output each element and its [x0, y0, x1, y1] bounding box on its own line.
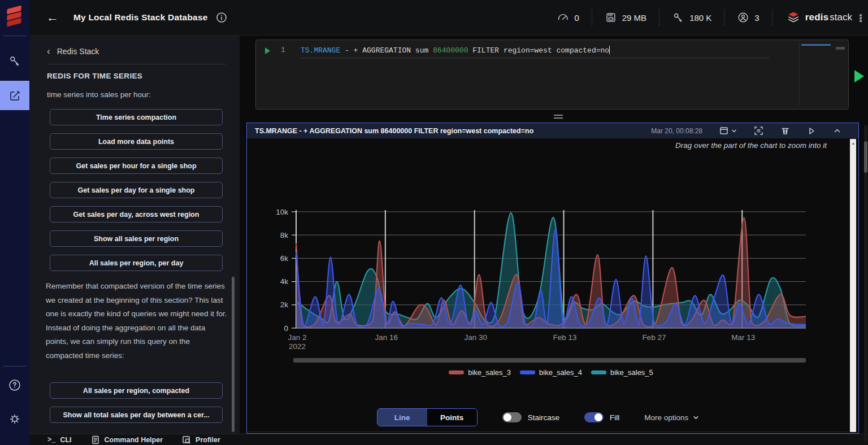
query-editor[interactable]: 1 TS.MRANGE - + AGGREGATION sum 86400000… [255, 40, 849, 110]
legend-label: bike_sales_5 [610, 368, 653, 377]
svg-text:0: 0 [284, 324, 288, 333]
run-query-button[interactable] [854, 70, 864, 82]
back-button[interactable]: ← [46, 10, 59, 25]
kebab-menu-icon[interactable]: ▪▪▪ [858, 14, 863, 22]
svg-text:Feb 27: Feb 27 [642, 333, 666, 342]
redis-stack-icon [786, 10, 801, 25]
svg-text:10k: 10k [276, 208, 288, 216]
key-icon [672, 11, 684, 24]
panel-query-button[interactable]: Show all sales per region [50, 230, 223, 247]
command-helper-button[interactable]: Command Helper [91, 435, 163, 444]
panel-query-button[interactable]: Get sales per day, across west region [50, 206, 223, 223]
app-root: ← My Local Redis Stack Database 0 29 MB … [0, 0, 868, 445]
chart-legend: bike_sales_3bike_sales_4bike_sales_5 [296, 368, 806, 377]
panel-query-button[interactable]: Load more data points [50, 133, 223, 150]
stat-clients-value: 3 [754, 13, 759, 23]
code-token: FILTER region=west compacted=no [468, 46, 609, 55]
database-title: My Local Redis Stack Database [73, 12, 208, 23]
top-header: ← My Local Redis Stack Database 0 29 MB … [29, 0, 868, 36]
panel-query-button[interactable]: Get sales per hour for a single shop [50, 158, 223, 174]
stat-commands: 0 [544, 11, 591, 24]
fill-label: Fill [610, 413, 619, 422]
svg-text:2k: 2k [280, 300, 289, 309]
brand-stack: stack [830, 12, 852, 23]
fill-toggle-row[interactable]: Fill [584, 412, 619, 422]
section-paragraph: Remember that compacted version of the t… [46, 280, 228, 363]
panel-query-button[interactable]: Get sales per day for a single shop [50, 182, 223, 198]
fill-toggle[interactable] [584, 412, 604, 422]
svg-text:2022: 2022 [289, 342, 306, 351]
db-stats: 0 29 MB 180 K 3 redisstack ▪▪▪ [544, 0, 863, 35]
sidebar [0, 0, 29, 445]
sidebar-item-help[interactable] [0, 370, 29, 400]
profiler-icon [182, 435, 191, 444]
help-circle-icon [8, 378, 21, 392]
chevron-left-icon: ‹ [47, 46, 50, 57]
panel-query-button[interactable]: Time series compaction [50, 109, 223, 125]
panel-query-button[interactable]: Show all total sales per day between a c… [50, 407, 223, 423]
svg-text:Mar 13: Mar 13 [731, 333, 755, 342]
panel-query-button[interactable]: All sales per region, compacted [50, 382, 223, 399]
more-options-label: More options [644, 413, 688, 422]
minimap-slider[interactable] [836, 47, 845, 50]
breadcrumb[interactable]: ‹Redis Stack [47, 46, 99, 57]
staircase-toggle-row[interactable]: Staircase [502, 412, 559, 422]
query-button-list: Time series compactionLoad more data poi… [50, 109, 223, 271]
run-line-icon[interactable] [265, 47, 270, 54]
staircase-toggle[interactable] [502, 412, 522, 422]
info-icon[interactable] [216, 12, 227, 23]
editor-minimap[interactable] [799, 42, 836, 106]
panel-query-button[interactable]: All sales per region, per day [50, 255, 223, 271]
legend-label: bike_sales_3 [468, 368, 511, 377]
edit-square-icon [8, 89, 21, 102]
more-options-button[interactable]: More options [644, 413, 699, 422]
sidebar-item-settings[interactable] [0, 404, 29, 434]
svg-text:Jan 30: Jan 30 [464, 333, 487, 342]
key-icon [8, 54, 21, 68]
chart-controls: Line Points Staircase Fill More options [247, 408, 829, 426]
staircase-label: Staircase [528, 413, 559, 422]
stat-clients: 3 [724, 11, 771, 24]
sidebar-divider [3, 36, 26, 36]
gauge-icon [557, 11, 569, 24]
text-cursor [609, 46, 610, 54]
sidebar-item-workbench[interactable] [0, 81, 29, 110]
legend-item[interactable]: bike_sales_4 [520, 368, 582, 377]
editor-line-1: 1 TS.MRANGE - + AGGREGATION sum 86400000… [256, 45, 848, 57]
svg-text:Jan 2: Jan 2 [288, 333, 306, 342]
minimap-code-mark [801, 44, 831, 46]
chart-type-segmented-control: Line Points [377, 408, 478, 426]
cli-button[interactable]: >_ CLI [47, 436, 72, 444]
legend-item[interactable]: bike_sales_3 [449, 368, 511, 377]
line-number: 1 [281, 46, 285, 54]
controls-divider [247, 431, 847, 432]
line-tab[interactable]: Line [377, 409, 427, 426]
redis-logo[interactable] [0, 0, 29, 35]
redis-stack-brand: redisstack [772, 10, 858, 25]
stat-memory-value: 29 MB [622, 13, 646, 23]
legend-swatch [591, 370, 606, 374]
time-series-chart[interactable]: 02k4k6k8k10kJan 22022Jan 16Jan 30Feb 13F… [247, 123, 846, 434]
section-intro: time series into sales per hour: [47, 90, 151, 99]
section-heading: REDIS FOR TIME SERIES [47, 72, 142, 80]
current-line-underline [301, 58, 770, 58]
panel-divider [47, 64, 226, 64]
sidebar-item-browser[interactable] [0, 46, 29, 76]
stat-keys: 180 K [659, 11, 724, 24]
brand-redis: redis [805, 12, 829, 23]
result-scrollbar[interactable]: ▲ [850, 139, 856, 432]
editor-splitter-handle[interactable] [551, 115, 566, 120]
stat-commands-value: 0 [574, 13, 579, 23]
profiler-button[interactable]: Profiler [182, 435, 220, 444]
svg-text:4k: 4k [280, 277, 289, 286]
legend-label: bike_sales_4 [539, 368, 582, 377]
memory-icon [605, 11, 617, 24]
chevron-down-icon [693, 415, 699, 421]
stat-keys-value: 180 K [689, 13, 711, 23]
legend-item[interactable]: bike_sales_5 [591, 368, 653, 377]
chart-horizontal-scrollbar[interactable] [293, 358, 806, 363]
panel-scrollbar[interactable] [232, 277, 235, 432]
code-line[interactable]: TS.MRANGE - + AGGREGATION sum 86400000 F… [301, 46, 610, 55]
points-tab[interactable]: Points [427, 409, 477, 426]
page-scrollbar[interactable] [864, 125, 867, 442]
